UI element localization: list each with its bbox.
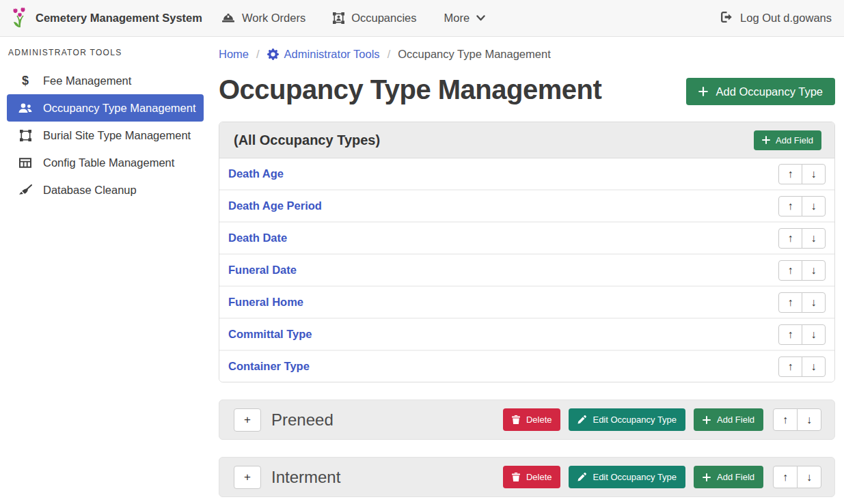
sidebar-item-occupancy-type-management[interactable]: Occupancy Type Management [7, 94, 204, 122]
move-down-button[interactable]: ↓ [797, 466, 821, 488]
main-content: Home / Administrator Tools / Occupancy T… [212, 37, 844, 504]
move-down-button[interactable]: ↓ [802, 196, 826, 216]
field-row: Death Age ↑ ↓ [219, 158, 834, 189]
button-label: Delete [526, 472, 552, 482]
move-up-button[interactable]: ↑ [778, 292, 802, 313]
nav-item-label: Work Orders [242, 12, 305, 25]
move-up-button[interactable]: ↑ [773, 408, 798, 431]
expand-button[interactable]: + [234, 408, 261, 432]
nav-item-more[interactable]: More [444, 12, 486, 25]
vector-square-icon [18, 130, 33, 141]
edit-occupancy-type-button[interactable]: Edit Occupancy Type [569, 466, 685, 488]
app-brand[interactable]: Cemetery Management System [11, 6, 202, 31]
sidebar-item-label: Config Table Management [43, 156, 174, 169]
move-down-button[interactable]: ↓ [802, 228, 826, 249]
move-up-button[interactable]: ↑ [778, 228, 802, 249]
sidebar-item-database-cleanup[interactable]: Database Cleanup [0, 176, 212, 204]
plus-icon [762, 136, 770, 144]
arrow-up-icon: ↑ [788, 296, 793, 309]
reorder-controls: ↑ ↓ [773, 408, 821, 431]
move-down-button[interactable]: ↓ [802, 292, 826, 313]
delete-button[interactable]: Delete [503, 466, 561, 488]
breadcrumb-admin-tools-link[interactable]: Administrator Tools [267, 48, 380, 61]
move-down-button[interactable]: ↓ [802, 356, 826, 377]
section-actions: Delete Edit Occupancy Type Add Field ↑ ↓ [503, 408, 821, 431]
add-occupancy-type-button[interactable]: Add Occupancy Type [686, 78, 835, 105]
page-title: Occupancy Type Management [219, 73, 601, 106]
gear-icon [267, 48, 279, 60]
field-link-container-type[interactable]: Container Type [228, 360, 310, 373]
reorder-controls: ↑ ↓ [778, 196, 826, 216]
arrow-up-icon: ↑ [788, 168, 793, 180]
hard-hat-icon [221, 13, 235, 23]
sidebar-item-burial-site-type-management[interactable]: Burial Site Type Management [0, 122, 212, 149]
field-link-funeral-home[interactable]: Funeral Home [228, 296, 303, 309]
move-up-button[interactable]: ↑ [778, 196, 802, 216]
logout-button[interactable]: Log Out d.gowans [720, 12, 833, 25]
sidebar-item-label: Database Cleanup [43, 184, 137, 197]
move-up-button[interactable]: ↑ [778, 356, 802, 377]
reorder-controls: ↑ ↓ [773, 466, 821, 488]
move-down-button[interactable]: ↓ [802, 260, 826, 281]
pencil-icon [577, 415, 586, 424]
move-up-button[interactable]: ↑ [778, 324, 802, 345]
field-row: Committal Type ↑ ↓ [219, 318, 834, 350]
top-navbar: Cemetery Management System Work Orders O… [0, 0, 844, 37]
sidebar-item-label: Burial Site Type Management [43, 129, 191, 142]
frame-person-icon [333, 12, 344, 24]
expand-button[interactable]: + [234, 466, 261, 489]
plus-icon: + [244, 413, 251, 427]
add-field-button[interactable]: Add Field [694, 466, 763, 488]
tulips-logo-icon [11, 6, 29, 31]
arrow-up-icon: ↑ [788, 200, 793, 212]
plus-icon: + [244, 471, 251, 484]
arrow-up-icon: ↑ [788, 328, 793, 341]
reorder-controls: ↑ ↓ [778, 324, 826, 345]
arrow-up-icon: ↑ [788, 361, 793, 373]
move-down-button[interactable]: ↓ [802, 164, 826, 184]
breadcrumb-home-link[interactable]: Home [219, 48, 249, 61]
occupancy-type-section-interment: + Interment Delete Edit Occupancy Type A… [219, 457, 835, 497]
breadcrumb-label: Home [219, 48, 249, 61]
move-down-button[interactable]: ↓ [802, 324, 826, 345]
navbar-links: Work Orders Occupancies More [221, 12, 485, 25]
delete-button[interactable]: Delete [503, 408, 561, 431]
reorder-controls: ↑ ↓ [778, 228, 826, 249]
arrow-down-icon: ↓ [811, 232, 817, 244]
field-row: Funeral Home ↑ ↓ [219, 285, 834, 318]
section-title: Preneed [271, 410, 503, 430]
card-title: (All Occupancy Types) [234, 132, 380, 148]
app-title: Cemetery Management System [36, 12, 202, 25]
reorder-controls: ↑ ↓ [778, 292, 826, 313]
sidebar-item-label: Fee Management [43, 74, 131, 87]
field-link-death-date[interactable]: Death Date [228, 232, 287, 244]
sidebar-item-fee-management[interactable]: $ Fee Management [0, 67, 212, 94]
move-up-button[interactable]: ↑ [778, 260, 802, 281]
sidebar-item-label: Occupancy Type Management [43, 102, 196, 115]
nav-item-work-orders[interactable]: Work Orders [221, 12, 305, 25]
field-link-committal-type[interactable]: Committal Type [228, 328, 312, 341]
reorder-controls: ↑ ↓ [778, 260, 826, 281]
logout-label: Log Out d.gowans [740, 12, 832, 25]
move-up-button[interactable]: ↑ [778, 164, 802, 184]
add-field-button[interactable]: Add Field [694, 408, 763, 431]
nav-item-occupancies[interactable]: Occupancies [333, 12, 416, 25]
field-link-death-age-period[interactable]: Death Age Period [228, 199, 322, 212]
move-down-button[interactable]: ↓ [797, 408, 821, 431]
edit-occupancy-type-button[interactable]: Edit Occupancy Type [569, 408, 685, 431]
breadcrumb-separator: / [380, 48, 398, 61]
sidebar-item-config-table-management[interactable]: Config Table Management [0, 149, 212, 176]
arrow-down-icon: ↓ [811, 296, 817, 309]
all-occupancy-types-header: (All Occupancy Types) Add Field [219, 122, 834, 158]
arrow-down-icon: ↓ [811, 264, 817, 277]
field-link-funeral-date[interactable]: Funeral Date [228, 264, 297, 277]
plus-icon [703, 416, 711, 424]
reorder-controls: ↑ ↓ [778, 164, 826, 184]
field-row: Funeral Date ↑ ↓ [219, 253, 834, 285]
section-title: Interment [271, 468, 503, 487]
field-link-death-age[interactable]: Death Age [228, 167, 284, 180]
add-field-button[interactable]: Add Field [754, 130, 821, 150]
move-up-button[interactable]: ↑ [773, 466, 798, 488]
arrow-down-icon: ↓ [806, 414, 812, 426]
plus-icon [698, 87, 708, 96]
